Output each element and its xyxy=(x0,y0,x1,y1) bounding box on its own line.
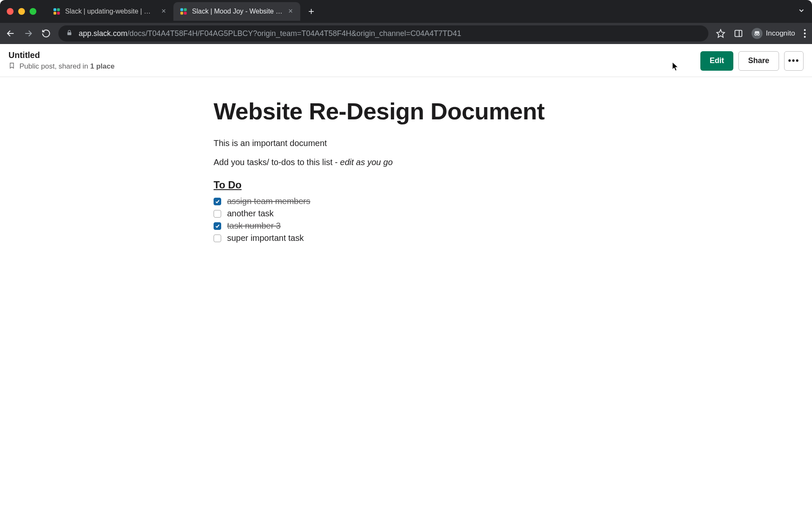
kebab-menu-icon[interactable] xyxy=(804,29,806,38)
window-controls xyxy=(7,8,36,15)
slack-favicon-icon xyxy=(52,7,61,16)
tabs-dropdown-icon[interactable] xyxy=(798,7,805,16)
toolbar-right: Incognito xyxy=(716,28,806,39)
document-title: Website Re-Design Document xyxy=(214,97,560,125)
todo-item: another task xyxy=(214,207,560,220)
todo-checkbox[interactable] xyxy=(214,235,221,242)
svg-rect-3 xyxy=(57,12,60,15)
url-input[interactable]: app.slack.com/docs/T04A4T58F4H/F04AG5PLB… xyxy=(58,25,708,41)
todo-item: assign team members xyxy=(214,195,560,207)
svg-point-15 xyxy=(757,33,760,36)
nav-controls xyxy=(6,29,51,38)
todo-checkbox[interactable] xyxy=(214,198,221,205)
svg-point-14 xyxy=(755,33,757,36)
titlebar: Slack | updating-website | Moo × Slack |… xyxy=(0,0,812,23)
post-header: Untitled Public post, shared in 1 place … xyxy=(0,44,812,77)
incognito-icon xyxy=(752,28,763,39)
svg-point-18 xyxy=(804,36,806,38)
window-close-button[interactable] xyxy=(7,8,14,15)
document-paragraph: Add you tasks/ to-dos to this list - edi… xyxy=(214,157,560,167)
new-tab-button[interactable]: + xyxy=(305,6,317,17)
svg-rect-0 xyxy=(54,8,57,11)
tab-close-icon[interactable]: × xyxy=(160,8,167,15)
post-header-actions: Edit Share ••• xyxy=(700,51,804,71)
post-header-left: Untitled Public post, shared in 1 place xyxy=(8,50,115,72)
browser-chrome: Slack | updating-website | Moo × Slack |… xyxy=(0,0,812,44)
bookmark-icon[interactable] xyxy=(8,62,15,72)
window-minimize-button[interactable] xyxy=(18,8,25,15)
tab-title: Slack | Mood Joy - Website Re xyxy=(192,8,283,15)
svg-rect-4 xyxy=(181,8,184,11)
svg-rect-1 xyxy=(57,8,60,11)
paragraph-prefix: Add you tasks/ to-dos to this list - xyxy=(214,157,340,167)
svg-point-17 xyxy=(804,33,806,34)
todo-checkbox[interactable] xyxy=(214,222,221,230)
subtitle-prefix: Public post, shared in xyxy=(19,62,90,70)
address-bar: app.slack.com/docs/T04A4T58F4H/F04AG5PLB… xyxy=(0,23,812,44)
todo-text: task number 3 xyxy=(227,221,281,231)
reload-button[interactable] xyxy=(41,29,51,38)
svg-point-16 xyxy=(804,29,806,31)
edit-button[interactable]: Edit xyxy=(700,51,733,71)
tab-title: Slack | updating-website | Moo xyxy=(65,8,156,15)
incognito-label: Incognito xyxy=(766,29,795,38)
document-body: Website Re-Design Document This is an im… xyxy=(214,97,560,244)
browser-tab[interactable]: Slack | Mood Joy - Website Re × xyxy=(173,2,300,21)
svg-rect-10 xyxy=(67,32,71,35)
todo-list: assign team members another tasktask num… xyxy=(214,195,560,244)
incognito-badge[interactable]: Incognito xyxy=(752,28,795,39)
browser-tabs: Slack | updating-website | Moo × Slack |… xyxy=(47,2,805,21)
svg-rect-2 xyxy=(54,12,57,15)
window-maximize-button[interactable] xyxy=(30,8,36,15)
browser-tab[interactable]: Slack | updating-website | Moo × xyxy=(47,2,173,21)
post-window-title: Untitled xyxy=(8,50,115,60)
svg-rect-5 xyxy=(184,8,187,11)
forward-button[interactable] xyxy=(24,29,33,38)
document-paragraph: This is an important document xyxy=(214,138,560,148)
todo-item: task number 3 xyxy=(214,220,560,232)
paragraph-italic: edit as you go xyxy=(340,157,393,167)
bookmark-star-icon[interactable] xyxy=(716,29,725,38)
svg-marker-11 xyxy=(717,30,724,37)
todo-item: super important task xyxy=(214,232,560,244)
side-panel-icon[interactable] xyxy=(734,29,743,38)
todo-text: another task xyxy=(227,209,274,218)
post-subtitle: Public post, shared in 1 place xyxy=(8,62,115,72)
more-actions-button[interactable]: ••• xyxy=(784,51,804,71)
url-text: app.slack.com/docs/T04A4T58F4H/F04AG5PLB… xyxy=(79,29,461,38)
todo-checkbox[interactable] xyxy=(214,210,221,218)
slack-favicon-icon xyxy=(179,7,188,16)
lock-icon xyxy=(66,29,73,38)
back-button[interactable] xyxy=(6,29,15,38)
todo-text: assign team members xyxy=(227,196,310,206)
tab-close-icon[interactable]: × xyxy=(287,8,294,15)
share-button[interactable]: Share xyxy=(738,51,779,71)
svg-rect-12 xyxy=(735,30,742,37)
todo-heading: To Do xyxy=(214,179,560,191)
subtitle-count: 1 place xyxy=(90,62,115,70)
svg-rect-6 xyxy=(181,12,184,15)
todo-text: super important task xyxy=(227,233,304,243)
svg-rect-7 xyxy=(184,12,187,15)
